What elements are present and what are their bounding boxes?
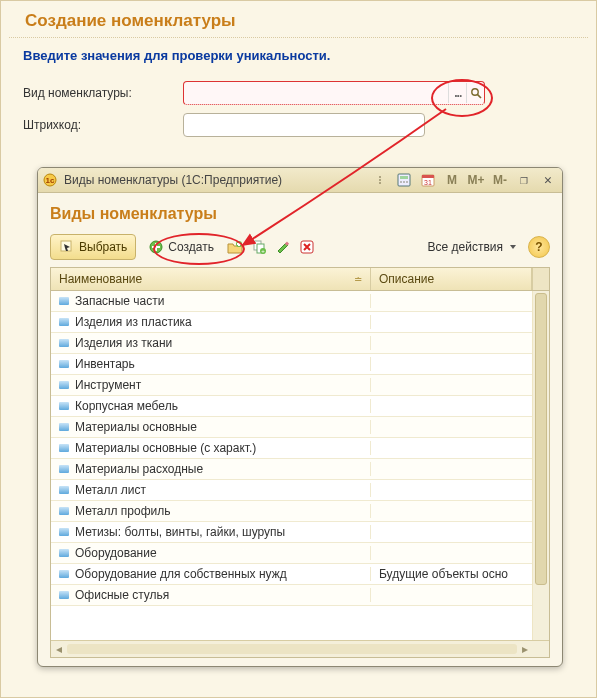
item-icon	[59, 318, 69, 326]
item-icon	[59, 339, 69, 347]
svg-rect-5	[400, 176, 408, 179]
table-row[interactable]: Оборудование	[51, 543, 549, 564]
svg-text:31: 31	[424, 179, 432, 186]
nomenclature-type-picker-button[interactable]: ...	[448, 83, 466, 103]
svg-rect-6	[400, 181, 402, 183]
table-row[interactable]: Офисные стулья	[51, 585, 549, 606]
instruction-text: Введите значения для проверки уникальнос…	[1, 48, 596, 77]
table-row[interactable]: Металл профиль	[51, 501, 549, 522]
cell-name-text: Материалы расходные	[75, 462, 203, 476]
item-icon	[59, 570, 69, 578]
edit-pencil-icon[interactable]	[274, 238, 292, 256]
item-icon	[59, 528, 69, 536]
table-row[interactable]: Материалы расходные	[51, 459, 549, 480]
all-actions-label: Все действия	[428, 240, 503, 254]
item-icon	[59, 549, 69, 557]
nomenclature-type-search-button[interactable]	[466, 83, 484, 103]
cell-name: Материалы расходные	[51, 462, 371, 476]
new-folder-icon[interactable]	[226, 238, 244, 256]
cell-name-text: Инструмент	[75, 378, 141, 392]
sort-asc-icon: ≐	[354, 274, 362, 285]
cell-name: Металл лист	[51, 483, 371, 497]
cell-name-text: Корпусная мебель	[75, 399, 178, 413]
create-button[interactable]: Создать	[142, 235, 220, 259]
memory-m-button[interactable]: M	[442, 171, 462, 189]
cell-name-text: Инвентарь	[75, 357, 135, 371]
horizontal-scrollbar[interactable]: ◂ ▸	[51, 640, 549, 657]
cell-name: Оборудование для собственных нужд	[51, 567, 371, 581]
cell-name: Офисные стулья	[51, 588, 371, 602]
horizontal-scroll-track[interactable]	[67, 644, 517, 654]
page-title: Создание номенклатуры	[9, 1, 588, 38]
scroll-right-button[interactable]: ▸	[517, 642, 533, 656]
window-close-button[interactable]: ✕	[538, 171, 558, 189]
window-restore-button[interactable]: ❐	[514, 171, 534, 189]
column-header-name[interactable]: Наименование ≐	[51, 268, 371, 290]
copy-item-icon[interactable]: +	[250, 238, 268, 256]
nomenclature-type-label: Вид номенклатуры:	[23, 86, 173, 100]
svg-text:+: +	[261, 248, 265, 254]
delete-icon[interactable]	[298, 238, 316, 256]
scroll-left-button[interactable]: ◂	[51, 642, 67, 656]
table-row[interactable]: Запасные части	[51, 291, 549, 312]
column-header-name-label: Наименование	[59, 272, 142, 286]
memory-m-minus-button[interactable]: M-	[490, 171, 510, 189]
select-cursor-icon	[59, 239, 75, 255]
cell-name-text: Металл профиль	[75, 504, 170, 518]
table-row[interactable]: Корпусная мебель	[51, 396, 549, 417]
titlebar-grip-icon	[370, 176, 390, 184]
vertical-scroll-thumb[interactable]	[535, 293, 547, 585]
nomenclature-type-input[interactable]	[184, 83, 448, 103]
svg-rect-8	[406, 181, 408, 183]
table-row[interactable]: Метизы: болты, винты, гайки, шурупы	[51, 522, 549, 543]
svg-rect-18	[237, 243, 241, 245]
table-row[interactable]: Инвентарь	[51, 354, 549, 375]
memory-m-plus-button[interactable]: M+	[466, 171, 486, 189]
cell-name: Инструмент	[51, 378, 371, 392]
dialog-toolbar: Выбрать Создать + Все действи	[50, 233, 550, 261]
cell-name-text: Материалы основные	[75, 420, 197, 434]
vertical-scrollbar[interactable]	[532, 291, 549, 640]
add-plus-icon	[148, 239, 164, 255]
svg-text:1c: 1c	[46, 176, 55, 185]
calendar-icon[interactable]: 31	[418, 171, 438, 189]
table-row[interactable]: Металл лист	[51, 480, 549, 501]
calculator-icon[interactable]	[394, 171, 414, 189]
svg-rect-15	[152, 246, 160, 248]
cell-name: Оборудование	[51, 546, 371, 560]
item-icon	[59, 297, 69, 305]
table-row[interactable]: Изделия из ткани	[51, 333, 549, 354]
table-row[interactable]: Оборудование для собственных нуждБудущие…	[51, 564, 549, 585]
cell-name-text: Изделия из ткани	[75, 336, 172, 350]
cell-name: Материалы основные (с характ.)	[51, 441, 371, 455]
barcode-field[interactable]	[183, 113, 425, 137]
nomenclature-types-table: Наименование ≐ Описание Запасные частиИз…	[50, 267, 550, 658]
item-icon	[59, 381, 69, 389]
table-row[interactable]: Инструмент	[51, 375, 549, 396]
svg-rect-7	[403, 181, 405, 183]
create-button-label: Создать	[168, 240, 214, 254]
dialog-heading: Виды номенклатуры	[50, 205, 550, 223]
table-row[interactable]: Изделия из пластика	[51, 312, 549, 333]
nomenclature-types-dialog: 1c Виды номенклатуры (1С:Предприятие) 31…	[37, 167, 563, 667]
cell-desc: Будущие объекты осно	[371, 567, 533, 581]
cell-name: Изделия из пластика	[51, 315, 371, 329]
barcode-input[interactable]	[184, 115, 424, 135]
app-1c-icon: 1c	[42, 172, 58, 188]
help-button[interactable]: ?	[528, 236, 550, 258]
svg-rect-4	[398, 174, 410, 186]
column-header-desc[interactable]: Описание	[371, 268, 532, 290]
cell-name: Запасные части	[51, 294, 371, 308]
item-icon	[59, 402, 69, 410]
table-row[interactable]: Материалы основные	[51, 417, 549, 438]
item-icon	[59, 486, 69, 494]
item-icon	[59, 423, 69, 431]
table-row[interactable]: Материалы основные (с характ.)	[51, 438, 549, 459]
item-icon	[59, 591, 69, 599]
cell-name-text: Металл лист	[75, 483, 146, 497]
all-actions-dropdown[interactable]: Все действия	[422, 235, 522, 259]
nomenclature-type-field[interactable]: ...	[183, 81, 485, 105]
dialog-titlebar[interactable]: 1c Виды номенклатуры (1С:Предприятие) 31…	[38, 168, 562, 193]
select-button[interactable]: Выбрать	[50, 234, 136, 260]
svg-rect-10	[422, 175, 434, 178]
